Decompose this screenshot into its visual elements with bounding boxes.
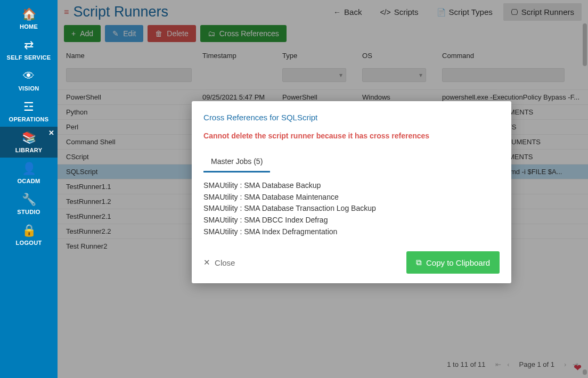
close-icon[interactable]: ✕ xyxy=(48,129,54,137)
nav-studio[interactable]: 🔧 STUDIO xyxy=(0,188,58,219)
button-label: Copy to Clipboard xyxy=(426,258,490,267)
modal-tab-master-jobs[interactable]: Master Jobs (5) xyxy=(203,153,270,172)
nav-library[interactable]: ✕ 📚 LIBRARY xyxy=(0,127,58,158)
nav-label: STUDIO xyxy=(0,209,58,215)
copy-to-clipboard-button[interactable]: ⧉ Copy to Clipboard xyxy=(406,251,500,274)
nav-vision[interactable]: 👁 VISION xyxy=(0,65,58,96)
main: ≡ Script Runners ← Back </> Scripts 📄 Sc… xyxy=(58,0,588,378)
nav-operations[interactable]: ☲ OPERATIONS xyxy=(0,96,58,127)
list-item: SMAUtility : SMA Database Transaction Lo… xyxy=(203,203,500,215)
wrench-icon: 🔧 xyxy=(0,194,58,206)
nav-label: LIBRARY xyxy=(0,147,58,153)
nav-label: LOGOUT xyxy=(0,240,58,246)
nav-label: OPERATIONS xyxy=(0,116,58,122)
user-icon: 👤 xyxy=(0,163,58,175)
cross-references-modal: Cross References for SQLScript Cannot de… xyxy=(192,101,511,283)
list-item: SMAUtility : SMA Database Maintenance xyxy=(203,192,500,203)
list-icon: ☲ xyxy=(0,101,58,113)
nav-label: SELF SERVICE xyxy=(0,54,58,61)
list-item: SMAUtility : SMA Database Backup xyxy=(203,180,500,192)
nav-label: OCADM xyxy=(0,178,58,184)
list-item: SMAUtility : SMA DBCC Index Defrag xyxy=(203,215,500,226)
button-label: Close xyxy=(215,258,235,267)
modal-close-button[interactable]: ✕ Close xyxy=(203,258,235,267)
eye-icon: 👁 xyxy=(0,70,58,82)
list-item: SMAUtility : SMA Index Defragmentation xyxy=(203,226,500,238)
nav-self-service[interactable]: ⇄ SELF SERVICE xyxy=(0,34,58,65)
sidebar: 🏠 HOME ⇄ SELF SERVICE 👁 VISION ☲ OPERATI… xyxy=(0,0,58,378)
copy-icon: ⧉ xyxy=(416,258,422,267)
nav-label: HOME xyxy=(0,23,58,30)
nav-logout[interactable]: 🔒 LOGOUT xyxy=(0,219,58,250)
nav-home[interactable]: 🏠 HOME xyxy=(0,3,58,34)
lock-icon: 🔒 xyxy=(0,225,58,236)
modal-warning: Cannot delete the script runner because … xyxy=(203,132,500,140)
modal-title: Cross References for SQLScript xyxy=(203,113,500,122)
nav-label: VISION xyxy=(0,85,58,92)
close-icon: ✕ xyxy=(203,258,210,267)
home-icon: 🏠 xyxy=(0,9,58,20)
modal-list: SMAUtility : SMA Database BackupSMAUtili… xyxy=(203,180,500,237)
swap-icon: ⇄ xyxy=(0,39,58,51)
nav-ocadm[interactable]: 👤 OCADM xyxy=(0,158,58,188)
